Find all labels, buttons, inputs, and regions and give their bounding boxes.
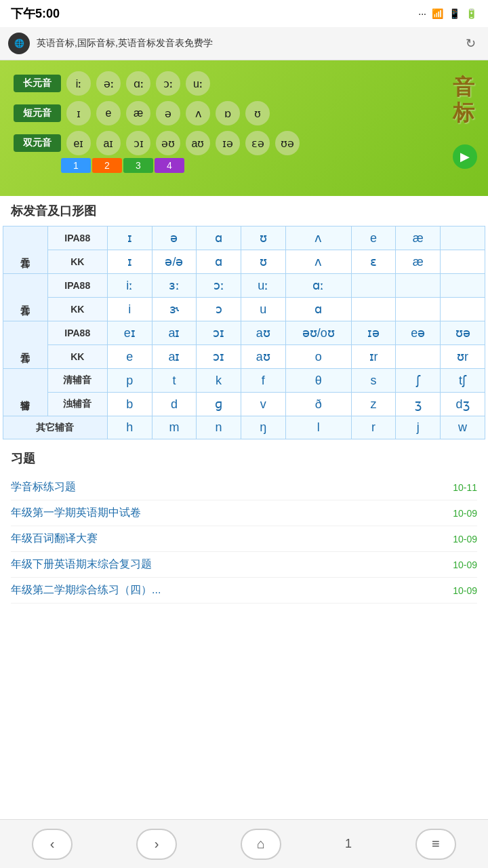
cell[interactable]: ɪr bbox=[351, 345, 396, 369]
symbol-eu: əʊ bbox=[156, 131, 180, 155]
cell[interactable]: ʒ bbox=[396, 393, 441, 416]
list-item[interactable]: 学音标练习题 10-11 bbox=[11, 475, 477, 500]
cell[interactable]: ɪ bbox=[107, 226, 152, 250]
tab-2[interactable]: 2 bbox=[92, 158, 122, 173]
cell[interactable]: s bbox=[351, 369, 396, 393]
signal-icon: 📱 bbox=[449, 8, 460, 19]
cell[interactable]: d bbox=[152, 393, 197, 416]
cell[interactable]: eɪ bbox=[107, 321, 152, 345]
list-item[interactable]: 年级第二学期综合练习（四）... 10-09 bbox=[11, 578, 477, 604]
practice-date: 10-09 bbox=[453, 508, 477, 519]
cell[interactable]: v bbox=[241, 393, 285, 416]
forward-button[interactable]: › bbox=[136, 829, 177, 860]
practice-link[interactable]: 学音标练习题 bbox=[11, 480, 76, 494]
cell[interactable]: ɑ bbox=[197, 226, 241, 250]
list-item[interactable]: 年级百词翻译大赛 10-09 bbox=[11, 526, 477, 552]
cell[interactable]: z bbox=[351, 393, 396, 416]
cell[interactable]: n bbox=[197, 416, 241, 439]
cell[interactable]: ʊ bbox=[241, 250, 285, 274]
cell[interactable]: ɑ bbox=[285, 298, 351, 321]
cell[interactable]: w bbox=[441, 416, 485, 439]
practice-date: 10-09 bbox=[453, 534, 477, 545]
diphthong-label: 双元音 bbox=[14, 134, 61, 152]
cell[interactable]: ə/ə bbox=[152, 250, 197, 274]
cell[interactable]: ʊ bbox=[241, 226, 285, 250]
table-row: 浊辅音 b d ɡ v ð z ʒ dʒ bbox=[3, 393, 485, 416]
cell[interactable]: tʃ bbox=[441, 369, 485, 393]
cell bbox=[441, 298, 485, 321]
tab-3[interactable]: 3 bbox=[123, 158, 153, 173]
cell[interactable]: æ bbox=[396, 250, 441, 274]
cell[interactable]: ɑː bbox=[285, 274, 351, 298]
cell[interactable]: ɔː bbox=[197, 274, 241, 298]
cell[interactable]: ɪə bbox=[351, 321, 396, 345]
cell[interactable]: l bbox=[285, 416, 351, 439]
cell[interactable]: ɔ bbox=[197, 298, 241, 321]
cell[interactable]: f bbox=[241, 369, 285, 393]
practice-link[interactable]: 年级百词翻译大赛 bbox=[11, 532, 98, 546]
cell[interactable]: ə bbox=[152, 226, 197, 250]
practice-link[interactable]: 年级第一学期英语期中试卷 bbox=[11, 506, 141, 520]
back-button[interactable]: ‹ bbox=[32, 829, 73, 860]
list-item[interactable]: 年级第一学期英语期中试卷 10-09 bbox=[11, 500, 477, 526]
cell bbox=[396, 274, 441, 298]
cell[interactable]: ɔɪ bbox=[197, 321, 241, 345]
cell[interactable]: j bbox=[396, 416, 441, 439]
cell[interactable]: p bbox=[107, 369, 152, 393]
cell[interactable]: ɡ bbox=[197, 393, 241, 416]
cell[interactable]: ð bbox=[285, 393, 351, 416]
symbol-o: ɒ bbox=[216, 101, 240, 125]
cell[interactable]: ʌ bbox=[285, 226, 351, 250]
cell[interactable]: t bbox=[152, 369, 197, 393]
cell[interactable]: aʊ bbox=[241, 321, 285, 345]
cell[interactable]: ɔɪ bbox=[197, 345, 241, 369]
cell[interactable]: m bbox=[152, 416, 197, 439]
cell[interactable]: ʊə bbox=[441, 321, 485, 345]
cell[interactable]: b bbox=[107, 393, 152, 416]
cell[interactable]: θ bbox=[285, 369, 351, 393]
type-kk-1: KK bbox=[47, 250, 107, 274]
cell[interactable]: h bbox=[107, 416, 152, 439]
cell[interactable]: dʒ bbox=[441, 393, 485, 416]
cell[interactable]: k bbox=[197, 369, 241, 393]
cell[interactable]: r bbox=[351, 416, 396, 439]
tab-4[interactable]: 4 bbox=[155, 158, 184, 173]
short-vowel-label: 短元音 bbox=[14, 104, 61, 122]
cell[interactable]: uː bbox=[241, 274, 285, 298]
cell[interactable]: əʊ/oʊ bbox=[285, 321, 351, 345]
cell-highlight[interactable]: ɛr bbox=[396, 345, 441, 369]
cell[interactable]: iː bbox=[107, 274, 152, 298]
list-item[interactable]: 年级下册英语期末综合复习题 10-09 bbox=[11, 552, 477, 578]
cell[interactable]: aʊ bbox=[241, 345, 285, 369]
play-button[interactable]: ▶ bbox=[453, 144, 477, 169]
cell[interactable]: ŋ bbox=[241, 416, 285, 439]
symbol-i: ɪ bbox=[66, 101, 91, 125]
practice-link[interactable]: 年级第二学期综合练习（四）... bbox=[11, 583, 161, 597]
cell[interactable]: æ bbox=[396, 226, 441, 250]
cell[interactable]: aɪ bbox=[152, 321, 197, 345]
cell[interactable]: eə bbox=[396, 321, 441, 345]
cell[interactable]: u bbox=[241, 298, 285, 321]
cell[interactable]: ɜː bbox=[152, 274, 197, 298]
cell[interactable]: ɪ bbox=[107, 250, 152, 274]
practice-link[interactable]: 年级下册英语期末综合复习题 bbox=[11, 557, 152, 572]
cell[interactable]: ʊr bbox=[441, 345, 485, 369]
table-row: KK ɪ ə/ə ɑ ʊ ʌ ɛ æ bbox=[3, 250, 485, 274]
type-ipa88-2: IPA88 bbox=[47, 274, 107, 298]
refresh-button[interactable]: ↻ bbox=[461, 34, 480, 53]
cell[interactable]: ɝ bbox=[152, 298, 197, 321]
cell[interactable]: ʌ bbox=[285, 250, 351, 274]
url-display[interactable]: 英语音标,国际音标,英语音标发音表免费学 bbox=[37, 37, 454, 50]
tab-1[interactable]: 1 bbox=[61, 158, 91, 173]
cell[interactable]: ɛ bbox=[351, 250, 396, 274]
cell[interactable]: i bbox=[107, 298, 152, 321]
home-button[interactable]: ⌂ bbox=[241, 829, 281, 860]
cell[interactable]: e bbox=[351, 226, 396, 250]
cell[interactable]: ʃ bbox=[396, 369, 441, 393]
cell[interactable]: o bbox=[285, 345, 351, 369]
menu-button[interactable]: ≡ bbox=[415, 829, 456, 860]
cell[interactable]: aɪ bbox=[152, 345, 197, 369]
type-kk-3: KK bbox=[47, 345, 107, 369]
cell[interactable]: ɑ bbox=[197, 250, 241, 274]
cell[interactable]: e bbox=[107, 345, 152, 369]
